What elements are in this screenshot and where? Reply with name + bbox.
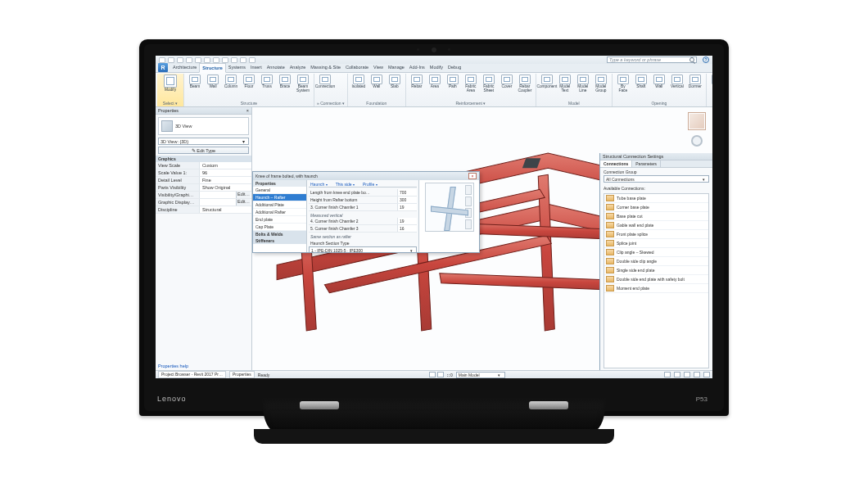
ribbon-button-slab[interactable]: Slab: [387, 75, 403, 89]
ribbon-button-model[interactable]: ModelGroup: [593, 75, 609, 93]
ribbon-tab-analyze[interactable]: Analyze: [287, 63, 309, 72]
help-button[interactable]: ?: [703, 56, 709, 63]
property-value[interactable]: Fine: [200, 177, 251, 183]
dialog-param-tab[interactable]: Haunch ▾: [309, 182, 329, 187]
ribbon-tab-insert[interactable]: Insert: [248, 63, 264, 72]
ribbon-tab-collaborate[interactable]: Collaborate: [343, 63, 371, 72]
properties-tab[interactable]: Properties: [229, 371, 255, 378]
connection-item[interactable]: Single side end plate: [604, 266, 708, 275]
ribbon-tab-massing-site[interactable]: Massing & Site: [308, 63, 343, 72]
qat-close-icon[interactable]: [240, 57, 246, 63]
ribbon-button-path[interactable]: Path: [445, 75, 461, 89]
property-value[interactable]: Edit…: [200, 192, 251, 198]
ribbon-button-area[interactable]: Area: [427, 75, 443, 89]
ribbon-button-brace[interactable]: Brace: [277, 75, 293, 89]
connection-item[interactable]: Tube base plate: [604, 194, 708, 203]
dialog-nav-item[interactable]: End plate: [253, 216, 306, 224]
ribbon-button-shaft[interactable]: Shaft: [633, 75, 649, 89]
connection-item[interactable]: Moment end plate: [604, 284, 708, 293]
param-value[interactable]: 300: [397, 197, 417, 203]
status-drag-icon[interactable]: [684, 372, 690, 377]
ribbon-tab-modify[interactable]: Modify: [427, 63, 445, 72]
ribbon-tab-architecture[interactable]: Architecture: [170, 63, 199, 72]
ribbon-button-model[interactable]: ModelText: [557, 75, 573, 93]
project-browser-tab[interactable]: Project Browser - Revit 2017 Pr…: [158, 371, 226, 378]
section-type-combo[interactable]: 1 - IPE-DIN 1025-5 · IPE300 ▾: [309, 246, 417, 252]
connection-item[interactable]: Gable wall end plate: [604, 221, 708, 230]
ribbon-button-fabric[interactable]: FabricSheet: [481, 75, 497, 93]
ribbon-button-beam[interactable]: Beam: [187, 75, 203, 89]
param-value[interactable]: 16: [397, 225, 417, 232]
qat-section-icon[interactable]: [222, 57, 228, 63]
ribbon-button-model[interactable]: ModelLine: [575, 75, 591, 93]
ribbon-button-wall[interactable]: Wall: [651, 75, 667, 89]
qat-measure-icon[interactable]: [195, 57, 201, 63]
dialog-nav-group[interactable]: Bolts & Welds: [253, 231, 306, 237]
ribbon-tab-view[interactable]: View: [371, 63, 386, 72]
connection-item[interactable]: Splice joint: [604, 239, 708, 248]
dialog-nav-group[interactable]: Stiffeners: [253, 237, 306, 244]
dialog-titlebar[interactable]: Knee of frame bolted, with haunch ×: [253, 172, 479, 180]
ribbon-button-level[interactable]: Level: [709, 75, 712, 89]
dialog-nav-item[interactable]: Additional Plate: [253, 201, 306, 209]
type-selector[interactable]: 3D View: {3D} ▾: [158, 138, 249, 145]
ribbon-button-modify[interactable]: Modify: [160, 75, 181, 93]
status-icon[interactable]: [437, 372, 444, 377]
param-value[interactable]: 19: [397, 218, 417, 224]
status-face-icon[interactable]: [694, 372, 700, 377]
close-icon[interactable]: ×: [246, 108, 249, 113]
ribbon-tab-add-ins[interactable]: Add-Ins: [407, 63, 427, 72]
status-filter-icon[interactable]: [664, 372, 671, 377]
ribbon-tab-annotate[interactable]: Annotate: [264, 63, 287, 72]
connection-group-select[interactable]: All Connections ▾: [604, 175, 709, 183]
param-value[interactable]: 19: [397, 204, 417, 210]
view-cube[interactable]: [688, 112, 706, 130]
property-value[interactable]: Edit…: [200, 199, 251, 206]
ribbon-button-connection[interactable]: Connection: [317, 75, 333, 89]
status-select-icon[interactable]: [674, 372, 680, 377]
property-value[interactable]: Structural: [200, 206, 251, 213]
dialog-nav-item[interactable]: Haunch – Rafter: [253, 194, 306, 201]
ribbon-tab-manage[interactable]: Manage: [386, 63, 407, 72]
dialog-param-tab[interactable]: Profile ▾: [361, 182, 379, 187]
ribbon-button-dormer[interactable]: Dormer: [687, 75, 703, 89]
dialog-nav-item[interactable]: Additional Rafter: [253, 209, 306, 216]
status-icon[interactable]: [429, 372, 436, 377]
properties-help-link[interactable]: Properties help: [156, 362, 251, 370]
ribbon-button-wall[interactable]: Wall: [205, 75, 221, 89]
ribbon-button-column[interactable]: Column: [223, 75, 239, 89]
ribbon-button-by[interactable]: ByFace: [615, 75, 631, 93]
param-value[interactable]: 700: [397, 189, 417, 196]
qat-sync-icon[interactable]: [204, 57, 210, 63]
property-value[interactable]: Custom: [200, 162, 251, 169]
ribbon-button-truss[interactable]: Truss: [259, 75, 275, 89]
qat-thin-icon[interactable]: [231, 57, 237, 63]
ribbon-button-cover[interactable]: Cover: [499, 75, 515, 89]
workset-select[interactable]: Main Model ▾: [456, 372, 505, 378]
ribbon-button-wall[interactable]: Wall: [368, 75, 385, 89]
qat-3d-icon[interactable]: [213, 57, 219, 63]
ribbon-tab-debug[interactable]: Debug: [445, 63, 463, 72]
dialog-nav-item[interactable]: Cap Plate: [253, 224, 306, 231]
edit-type-button[interactable]: ✎ Edit Type: [158, 147, 249, 154]
qat-undo-icon[interactable]: [168, 57, 174, 63]
connection-item[interactable]: Front plate splice: [604, 230, 708, 239]
dialog-close-button[interactable]: ×: [468, 173, 477, 179]
navigation-wheel-icon[interactable]: [691, 135, 703, 147]
ribbon-button-beam[interactable]: BeamSystem: [295, 75, 311, 93]
ribbon-button-component[interactable]: Component: [539, 75, 555, 89]
3d-viewport[interactable]: Knee of frame bolted, with haunch × Prop…: [252, 107, 712, 370]
connection-item[interactable]: Corner base plate: [604, 203, 708, 212]
dialog-param-tab[interactable]: This side ▾: [334, 182, 356, 187]
ribbon-button-rebar[interactable]: Rebar: [409, 75, 425, 89]
connection-item[interactable]: Double side end plate with safety bolt: [604, 275, 708, 284]
rightpanel-tab[interactable]: Parameters: [632, 160, 661, 167]
rightpanel-tab[interactable]: Connections: [600, 160, 632, 167]
qat-switch-icon[interactable]: [249, 57, 255, 63]
edit-button[interactable]: Edit…: [236, 192, 251, 198]
ribbon-button-rebar[interactable]: RebarCoupler: [517, 75, 533, 93]
qat-redo-icon[interactable]: [177, 57, 183, 63]
ribbon-button-vertical[interactable]: Vertical: [669, 75, 685, 89]
connection-item[interactable]: Clip angle – Skewed: [604, 248, 708, 257]
ribbon-button-floor[interactable]: Floor: [241, 75, 257, 89]
